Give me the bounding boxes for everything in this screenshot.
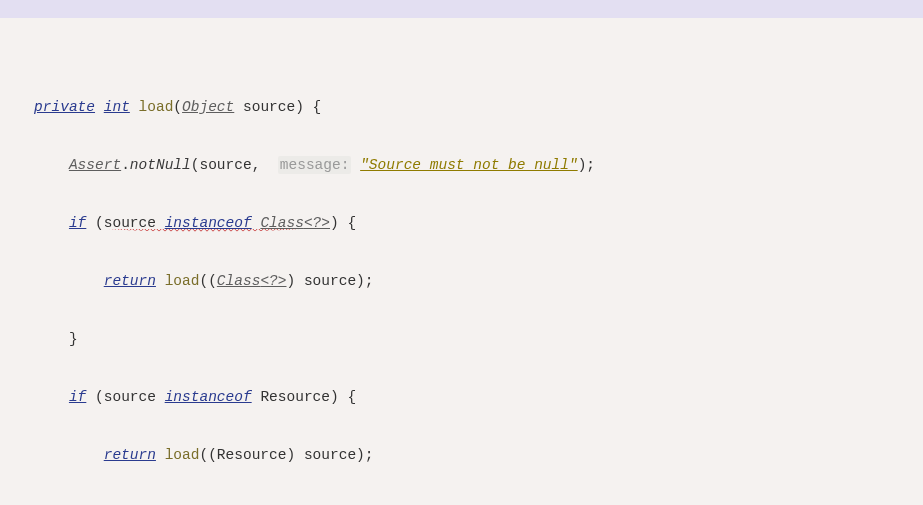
var: source bbox=[304, 447, 356, 463]
keyword-instanceof: instanceof bbox=[165, 389, 252, 405]
type-assert: Assert bbox=[69, 157, 121, 173]
paren: ) bbox=[330, 215, 339, 231]
generic: <?> bbox=[260, 273, 286, 289]
type-object: Object bbox=[182, 99, 234, 115]
brace: { bbox=[347, 389, 356, 405]
inlay-hint: message: bbox=[278, 156, 352, 174]
end: ); bbox=[356, 447, 373, 463]
code-line: return load((Class<?>) source); bbox=[8, 267, 915, 296]
string-literal: "Source must not be null" bbox=[360, 157, 578, 173]
keyword-if: if bbox=[69, 389, 86, 405]
dot: . bbox=[121, 157, 130, 173]
code-editor[interactable]: private int load(Object source) { Assert… bbox=[0, 0, 923, 505]
method-name: load bbox=[139, 99, 174, 115]
generic: <?> bbox=[304, 215, 330, 231]
code-block: private int load(Object source) { Assert… bbox=[8, 64, 915, 505]
paren: (( bbox=[199, 447, 216, 463]
type-class: Class bbox=[217, 273, 261, 289]
type: Resource bbox=[217, 447, 287, 463]
arg: source bbox=[199, 157, 251, 173]
code-line: if (source instanceof Resource) { bbox=[8, 383, 915, 412]
comma: , bbox=[252, 157, 269, 173]
paren: ( bbox=[95, 215, 104, 231]
code-line: } bbox=[8, 325, 915, 354]
paren: ( bbox=[173, 99, 182, 115]
brace: { bbox=[347, 215, 356, 231]
var: source bbox=[104, 215, 156, 231]
keyword-instanceof: instanceof bbox=[165, 215, 252, 231]
current-line-highlight bbox=[0, 0, 923, 18]
method-call: load bbox=[165, 447, 200, 463]
type: Resource bbox=[260, 389, 330, 405]
brace: } bbox=[69, 331, 78, 347]
paren: ) bbox=[330, 389, 339, 405]
keyword-return: return bbox=[104, 447, 156, 463]
keyword-return: return bbox=[104, 273, 156, 289]
end: ); bbox=[578, 157, 595, 173]
paren: ) bbox=[286, 447, 295, 463]
param: source bbox=[243, 99, 295, 115]
keyword-if: if bbox=[69, 215, 86, 231]
code-line: if (source instanceof Class<?>) { bbox=[8, 209, 915, 238]
code-line: private int load(Object source) { bbox=[8, 93, 915, 122]
code-line: } bbox=[8, 499, 915, 505]
paren: ) bbox=[295, 99, 304, 115]
end: ); bbox=[356, 273, 373, 289]
method-call: load bbox=[165, 273, 200, 289]
method-call: notNull bbox=[130, 157, 191, 173]
code-line: Assert.notNull(source, message: "Source … bbox=[8, 151, 915, 180]
var: source bbox=[304, 273, 356, 289]
var: source bbox=[104, 389, 156, 405]
type-class: Class bbox=[260, 215, 304, 231]
brace: { bbox=[313, 99, 322, 115]
error-underline: if (source instanceof Class<?>) bbox=[69, 215, 339, 232]
keyword-int: int bbox=[104, 99, 130, 115]
paren: ) bbox=[286, 273, 295, 289]
paren: ( bbox=[95, 389, 104, 405]
keyword-private: private bbox=[34, 99, 95, 115]
code-line: return load((Resource) source); bbox=[8, 441, 915, 470]
paren: (( bbox=[199, 273, 216, 289]
